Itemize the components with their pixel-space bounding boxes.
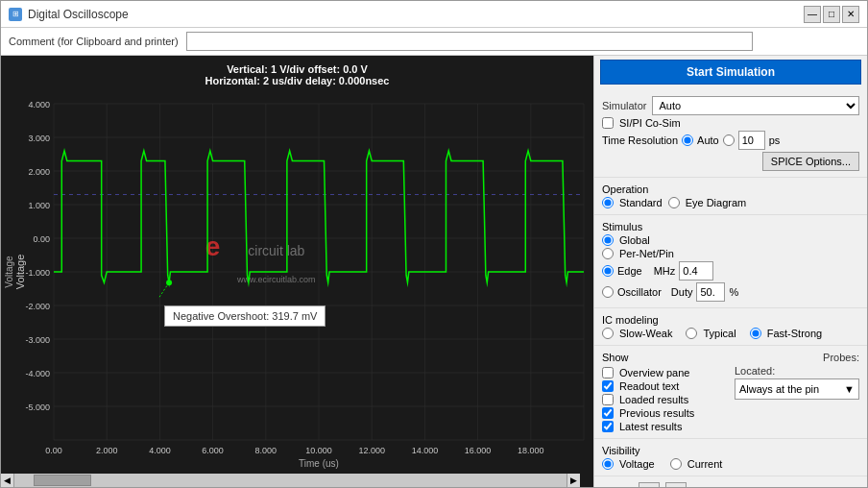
always-at-pin-dropdown[interactable]: Always at the pin ▼ (735, 378, 859, 400)
duty-input[interactable] (696, 282, 725, 302)
vertical-info: Vertical: 1 V/div offset: 0.0 V (205, 63, 390, 75)
time-res-auto-label: Auto (697, 134, 719, 146)
time-res-auto-radio[interactable] (682, 134, 693, 146)
previous-results-checkbox[interactable] (602, 407, 614, 419)
time-res-value-input[interactable] (738, 131, 765, 150)
latest-results-label: Latest results (619, 421, 682, 432)
right-panel: Start Simulation Simulator Auto SI/PI Co… (593, 56, 867, 487)
window-title: Digital Oscilloscope (28, 8, 129, 21)
show-section: Show Probes: Overview pane Readout text (594, 346, 867, 439)
current-label: Current (687, 458, 723, 470)
main-area: Vertical: 1 V/div offset: 0.0 V Horizont… (1, 56, 867, 487)
minimize-button[interactable]: — (804, 6, 821, 23)
window-icon: ⊞ (9, 8, 22, 21)
main-window: ⊞ Digital Oscilloscope — □ ✕ Comment (fo… (0, 0, 868, 488)
always-at-pin-label: Always at the pin (739, 383, 819, 395)
per-net-label: Per-Net/Pin (619, 248, 674, 259)
voltage-label: Voltage (619, 458, 655, 470)
edge-radio[interactable] (602, 265, 614, 277)
previous-results-label: Previous results (619, 407, 694, 419)
scroll-thumb[interactable] (34, 475, 91, 486)
si-pi-label: SI/PI Co-Sim (619, 117, 681, 129)
per-net-radio[interactable] (602, 248, 614, 259)
si-pi-checkbox[interactable] (602, 117, 614, 129)
fast-strong-label: Fast-Strong (767, 328, 822, 339)
simulator-label: Simulator (602, 100, 646, 111)
fast-strong-radio[interactable] (750, 328, 761, 339)
readout-text-label: Readout text (619, 380, 679, 392)
zoom-extent-button[interactable]: ⊞ (665, 482, 687, 487)
start-simulation-button[interactable]: Start Simulation (600, 60, 861, 85)
operation-label: Operation (602, 183, 648, 195)
start-section: Start Simulation (594, 56, 867, 90)
simulator-section: Simulator Auto SI/PI Co-Sim Time Resolut… (594, 90, 867, 178)
stimulus-section: Stimulus Global Per-Net/Pin Edge MHz (594, 215, 867, 308)
time-resolution-label: Time Resolution (602, 134, 678, 146)
standard-radio[interactable] (602, 197, 614, 208)
probes-label: Probes: (823, 352, 859, 363)
mhz-input[interactable] (679, 261, 713, 281)
zoom-fit-button[interactable]: ⊕ (639, 482, 660, 487)
readout-text-checkbox[interactable] (602, 380, 614, 392)
visibility-label: Visibility (602, 445, 640, 456)
overshoot-tooltip: Negative Overshoot: 319.7 mV (164, 305, 326, 327)
simulator-dropdown[interactable]: Auto (652, 96, 859, 115)
window-controls: — □ ✕ (804, 6, 859, 23)
duty-unit: % (729, 286, 738, 298)
slow-weak-radio[interactable] (602, 328, 614, 339)
time-res-custom-radio[interactable] (723, 134, 735, 146)
slow-weak-label: Slow-Weak (619, 328, 672, 339)
scroll-right-button[interactable]: ▶ (567, 474, 580, 487)
duty-label: Duty (671, 286, 693, 298)
comment-bar: Comment (for Clipboard and printer) (1, 28, 867, 56)
spice-options-button[interactable]: SPICE Options... (762, 152, 859, 171)
global-radio[interactable] (602, 234, 614, 246)
oscillator-label: Oscillator (617, 286, 662, 298)
ic-modeling-section: IC modeling Slow-Weak Typical Fast-Stron… (594, 308, 867, 346)
latest-results-checkbox[interactable] (602, 421, 614, 432)
eye-diagram-label: Eye Diagram (686, 197, 747, 208)
horizontal-scrollbar[interactable]: ◀ ▶ (1, 474, 580, 487)
current-radio[interactable] (670, 458, 682, 470)
show-label: Show (602, 352, 629, 363)
operation-section: Operation Standard Eye Diagram (594, 178, 867, 215)
eye-diagram-radio[interactable] (668, 197, 680, 208)
maximize-button[interactable]: □ (823, 6, 840, 23)
dropdown-arrow-icon: ▼ (844, 383, 855, 395)
comment-input[interactable] (186, 32, 753, 51)
osc-canvas[interactable] (1, 56, 593, 487)
standard-label: Standard (619, 197, 663, 208)
mhz-label: MHz (654, 265, 676, 277)
loaded-results-checkbox[interactable] (602, 394, 614, 405)
overview-pane-label: Overview pane (619, 367, 689, 378)
voltage-radio[interactable] (602, 458, 614, 470)
osc-info: Vertical: 1 V/div offset: 0.0 V Horizont… (205, 63, 390, 86)
overview-pane-checkbox[interactable] (602, 367, 614, 378)
ic-modeling-label: IC modeling (602, 314, 659, 326)
loaded-results-label: Loaded results (619, 394, 688, 405)
time-res-unit: ps (769, 134, 781, 146)
oscilloscope-panel: Vertical: 1 V/div offset: 0.0 V Horizont… (1, 56, 593, 487)
stimulus-label: Stimulus (602, 221, 642, 232)
title-bar: ⊞ Digital Oscilloscope — □ ✕ (1, 1, 867, 28)
edge-label: Edge (617, 265, 642, 277)
typical-label: Typical (703, 328, 735, 339)
located-label: Located: (735, 365, 859, 377)
comment-label: Comment (for Clipboard and printer) (9, 36, 179, 47)
oscillator-radio[interactable] (602, 286, 614, 298)
global-label: Global (619, 234, 650, 246)
close-button[interactable]: ✕ (842, 6, 859, 23)
zoom-section: Zoom ⊕ ⊞ (594, 476, 867, 487)
visibility-section: Visibility Voltage Current (594, 439, 867, 476)
horizontal-info: Horizontal: 2 us/div delay: 0.000nsec (205, 75, 390, 86)
typical-radio[interactable] (686, 328, 697, 339)
scroll-left-button[interactable]: ◀ (1, 474, 14, 487)
